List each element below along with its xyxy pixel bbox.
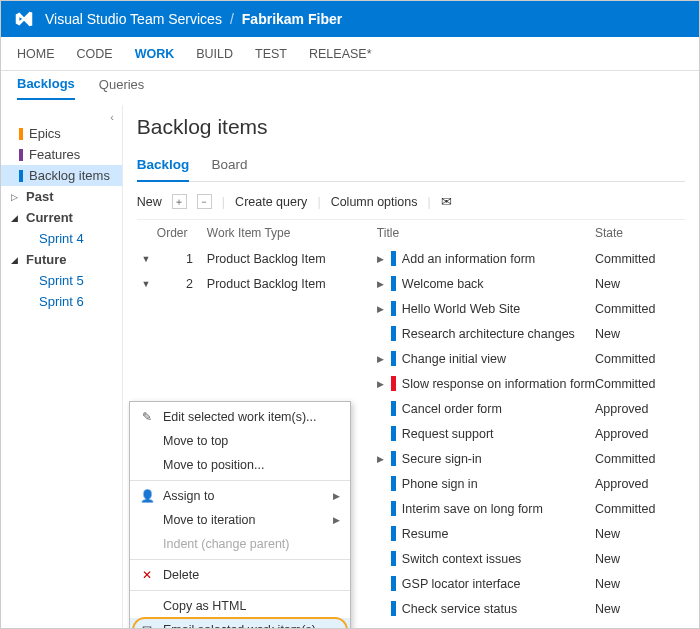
table-row[interactable]: ▼2Product Backlog Item▶Welcome backNew: [137, 271, 685, 296]
sidebar-features[interactable]: Features: [1, 144, 122, 165]
cell-title[interactable]: Change initial view: [402, 352, 595, 366]
collapse-icon[interactable]: －: [197, 194, 212, 209]
chevron-right-icon[interactable]: ▶: [377, 304, 391, 314]
toolbar-new[interactable]: New: [137, 195, 162, 209]
col-type[interactable]: Work Item Type: [207, 226, 377, 240]
cell-title[interactable]: Research architecture changes: [402, 327, 595, 341]
cell-order: 2: [155, 277, 207, 291]
item-color-bar: [391, 526, 396, 541]
col-title[interactable]: Title: [377, 226, 595, 240]
cell-title[interactable]: Switch context issues: [402, 552, 595, 566]
add-icon[interactable]: ＋: [172, 194, 187, 209]
item-color-bar: [391, 326, 396, 341]
item-color-bar: [391, 551, 396, 566]
toolbar-column-options[interactable]: Column options: [331, 195, 418, 209]
global-header: Visual Studio Team Services / Fabrikam F…: [1, 1, 699, 37]
cell-state: Committed: [595, 502, 685, 516]
sub-nav: Backlogs Queries: [1, 71, 699, 105]
chevron-right-icon[interactable]: ▶: [377, 379, 391, 389]
cell-title[interactable]: Interim save on long form: [402, 502, 595, 516]
subnav-backlogs[interactable]: Backlogs: [17, 76, 75, 100]
nav-home[interactable]: HOME: [17, 47, 55, 61]
menu-email[interactable]: ✉Email selected work item(s)...: [130, 618, 350, 629]
cell-title[interactable]: Hello World Web Site: [402, 302, 595, 316]
breadcrumb-separator: /: [230, 11, 234, 27]
item-color-bar: [391, 426, 396, 441]
sidebar-future[interactable]: ◢Future: [1, 249, 122, 270]
sidebar-backlog-items[interactable]: Backlog items: [1, 165, 122, 186]
cell-state: New: [595, 577, 685, 591]
table-row[interactable]: Research architecture changesNew: [137, 321, 685, 346]
person-icon: 👤: [140, 489, 154, 503]
cell-title[interactable]: Resume: [402, 527, 595, 541]
table-row[interactable]: ▼1Product Backlog Item▶Add an informatio…: [137, 246, 685, 271]
tab-board[interactable]: Board: [211, 157, 247, 181]
col-order[interactable]: Order: [137, 226, 207, 240]
nav-code[interactable]: CODE: [77, 47, 113, 61]
cell-title[interactable]: Cancel order form: [402, 402, 595, 416]
cell-title[interactable]: Slow response on information form: [402, 377, 595, 391]
subnav-queries[interactable]: Queries: [99, 77, 145, 99]
menu-edit[interactable]: ✎Edit selected work item(s)...: [130, 405, 350, 429]
chevron-right-icon[interactable]: ▶: [377, 254, 391, 264]
sidebar-sprint-4[interactable]: Sprint 4: [1, 228, 122, 249]
chevron-right-icon[interactable]: ▶: [377, 354, 391, 364]
menu-move-position[interactable]: Move to position...: [130, 453, 350, 477]
expand-icon[interactable]: ▼: [137, 279, 155, 289]
cell-title[interactable]: Check service status: [402, 602, 595, 616]
chevron-right-icon: ▷: [11, 192, 21, 202]
tab-backlog[interactable]: Backlog: [137, 157, 190, 182]
cell-title[interactable]: Secure sign-in: [402, 452, 595, 466]
sidebar-current[interactable]: ◢Current: [1, 207, 122, 228]
backlog-color-bar: [19, 170, 23, 182]
toolbar-create-query[interactable]: Create query: [235, 195, 307, 209]
cell-state: Committed: [595, 377, 685, 391]
view-tabs: Backlog Board: [137, 157, 685, 182]
table-row[interactable]: ▶Slow response on information formCommit…: [137, 371, 685, 396]
cell-state: Approved: [595, 427, 685, 441]
column-headers: Order Work Item Type Title State: [137, 220, 685, 246]
delete-icon: ✕: [140, 568, 154, 582]
table-row[interactable]: ▶Hello World Web SiteCommitted: [137, 296, 685, 321]
nav-release[interactable]: RELEASE*: [309, 47, 372, 61]
cell-type: Product Backlog Item: [207, 277, 377, 291]
col-state[interactable]: State: [595, 226, 685, 240]
cell-type: Product Backlog Item: [207, 252, 377, 266]
nav-build[interactable]: BUILD: [196, 47, 233, 61]
nav-work[interactable]: WORK: [135, 47, 175, 61]
chevron-right-icon[interactable]: ▶: [377, 454, 391, 464]
cell-title[interactable]: GSP locator interface: [402, 577, 595, 591]
item-color-bar: [391, 476, 396, 491]
epics-color-bar: [19, 128, 23, 140]
sidebar-collapse-icon[interactable]: ‹: [1, 111, 122, 123]
table-row[interactable]: ▶Change initial viewCommitted: [137, 346, 685, 371]
menu-assign-to[interactable]: 👤Assign to▶: [130, 484, 350, 508]
chevron-down-icon: ◢: [11, 213, 21, 223]
sidebar-past[interactable]: ▷Past: [1, 186, 122, 207]
item-color-bar: [391, 501, 396, 516]
item-color-bar: [391, 401, 396, 416]
nav-test[interactable]: TEST: [255, 47, 287, 61]
menu-move-iteration[interactable]: Move to iteration▶: [130, 508, 350, 532]
expand-icon[interactable]: ▼: [137, 254, 155, 264]
sidebar-sprint-6[interactable]: Sprint 6: [1, 291, 122, 312]
menu-move-top[interactable]: Move to top: [130, 429, 350, 453]
menu-copy-html[interactable]: Copy as HTML: [130, 594, 350, 618]
cell-state: Approved: [595, 402, 685, 416]
chevron-down-icon: ◢: [11, 255, 21, 265]
context-menu: ✎Edit selected work item(s)... Move to t…: [129, 401, 351, 629]
page-title: Backlog items: [137, 115, 685, 139]
item-color-bar: [391, 451, 396, 466]
mail-icon[interactable]: ✉: [441, 194, 452, 209]
sidebar-epics[interactable]: Epics: [1, 123, 122, 144]
cell-title[interactable]: Welcome back: [402, 277, 595, 291]
project-name[interactable]: Fabrikam Fiber: [242, 11, 342, 27]
cell-title[interactable]: Phone sign in: [402, 477, 595, 491]
product-name[interactable]: Visual Studio Team Services: [45, 11, 222, 27]
chevron-right-icon[interactable]: ▶: [377, 279, 391, 289]
cell-state: Committed: [595, 252, 685, 266]
menu-delete[interactable]: ✕Delete: [130, 563, 350, 587]
cell-title[interactable]: Request support: [402, 427, 595, 441]
cell-title[interactable]: Add an information form: [402, 252, 595, 266]
sidebar-sprint-5[interactable]: Sprint 5: [1, 270, 122, 291]
